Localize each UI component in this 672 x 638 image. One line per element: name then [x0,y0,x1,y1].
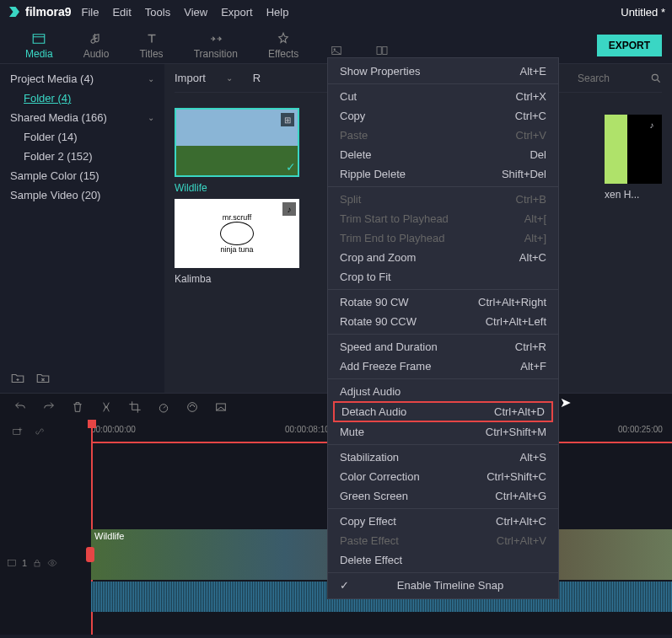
svg-rect-11 [35,563,40,567]
thumb-label: Kalimba [175,273,299,285]
tab-transition[interactable]: Transition [179,31,253,60]
check-icon: ✓ [340,579,349,592]
ctx-copy[interactable]: CopyCtrl+C [328,106,558,126]
tab-titles[interactable]: Titles [124,31,178,60]
menu-separator [328,83,558,84]
menu-tools[interactable]: Tools [145,6,170,19]
thumb-label: xen H... [605,189,662,201]
ctx-rotate-90-ccw[interactable]: Rotate 90 CCWCtrl+Alt+Left [328,312,558,331]
ctx-cut[interactable]: CutCtrl+X [328,87,558,106]
media-sidebar: Project Media (4)⌄Folder (4)Shared Media… [0,64,164,393]
media-thumb-xen[interactable]: ♪ xen H... [605,115,662,201]
search-input[interactable] [578,72,645,84]
ctx-stabilization[interactable]: StabilizationAlt+S [328,448,558,467]
ctx-adjust-audio[interactable]: Adjust Audio [328,382,558,401]
thumb-image: ⊞ ✓ [175,108,299,177]
menu-export[interactable]: Export [221,6,253,19]
ctx-delete-effect[interactable]: Delete Effect [328,550,558,570]
svg-point-12 [51,562,54,565]
music-badge-icon: ♪ [282,202,296,216]
menu-file[interactable]: File [81,6,99,19]
lock-icon[interactable] [32,558,42,568]
tree-item-1[interactable]: Folder (4) [0,88,164,108]
import-dropdown[interactable]: Import⌄ [175,72,233,84]
crop-icon[interactable] [128,400,142,414]
sidebar-actions [10,371,51,386]
tree-item-2[interactable]: Shared Media (166)⌄ [0,108,164,127]
clip-label: Wildlife [94,531,124,541]
film-icon [7,558,17,568]
svg-point-4 [652,74,658,80]
split-icon[interactable] [99,400,113,414]
ctx-show-properties[interactable]: Show PropertiesAlt+E [328,62,558,81]
tab-audio[interactable]: Audio [68,31,125,60]
menu-view[interactable]: View [184,6,207,19]
tree-item-5[interactable]: Sample Color (15) [0,166,164,185]
undo-icon[interactable] [13,400,27,414]
add-track-icon[interactable] [12,426,24,437]
ctx-mute[interactable]: MuteCtrl+Shift+M [328,422,558,442]
thumb-image: ♪ mr.scruff ninja tuna [175,199,299,268]
tree-item-6[interactable]: Sample Video (20) [0,185,164,205]
ctx-delete[interactable]: DeleteDel [328,145,558,164]
menu-separator [328,289,558,290]
tree-item-0[interactable]: Project Media (4)⌄ [0,69,164,88]
extra-icon [374,43,390,58]
selected-check-icon: ✓ [286,160,296,174]
tab-effects[interactable]: Effects [253,31,314,60]
svg-rect-9 [13,430,20,435]
ctx-trim-end-to-playhead: Trim End to PlayheadAlt+] [328,228,558,248]
media-thumb-wildlife[interactable]: ⊞ ✓ Wildlife [175,108,299,194]
thumb-image: ♪ [605,115,662,184]
titles-icon [144,31,159,46]
tab-media[interactable]: Media [10,31,68,60]
ctx-crop-and-zoom[interactable]: Crop and ZoomAlt+C [328,248,558,267]
ctx-rotate-90-cw[interactable]: Rotate 90 CWCtrl+Alt+Right [328,292,558,312]
menubar: FileEditToolsViewExportHelp [81,6,288,19]
ctx-trim-start-to-playhead: Trim Start to PlayheadAlt+[ [328,209,558,228]
ctx-copy-effect[interactable]: Copy EffectCtrl+Alt+C [328,512,558,531]
music-badge-icon: ♪ [645,118,659,131]
new-folder-icon[interactable] [10,371,25,386]
ctx-detach-audio[interactable]: Detach AudioCtrl+Alt+D [333,401,553,422]
menu-separator [328,444,558,445]
ctx-crop-to-fit[interactable]: Crop to Fit [328,267,558,287]
menu-help[interactable]: Help [266,6,289,19]
delete-folder-icon[interactable] [35,371,51,386]
ctx-speed-and-duration[interactable]: Speed and DurationCtrl+R [328,337,558,357]
ctx-split: SplitCtrl+B [328,190,558,209]
menu-edit[interactable]: Edit [112,6,131,19]
media-thumb-kalimba[interactable]: ♪ mr.scruff ninja tuna Kalimba [175,199,299,285]
green-screen-icon[interactable] [214,400,228,414]
menu-separator [328,186,558,187]
ctx-add-freeze-frame[interactable]: Add Freeze FrameAlt+F [328,357,558,376]
redo-icon[interactable] [42,400,56,414]
effects-icon [276,31,291,46]
ctx-color-correction[interactable]: Color CorrectionCtrl+Shift+C [328,467,558,486]
ruler-tick: 00:00:08:10 [285,425,330,434]
color-icon[interactable] [185,400,199,414]
ruler-tick: 00:00:25:00 [618,425,663,434]
chevron-down-icon: ⌄ [148,74,154,83]
menu-separator [328,378,558,379]
ctx-ripple-delete[interactable]: Ripple DeleteShift+Del [328,164,558,184]
menu-separator [328,508,558,509]
record-dropdown[interactable]: R [253,72,261,84]
search-icon[interactable] [650,72,662,84]
unlink-icon[interactable] [34,426,46,437]
speed-icon[interactable] [157,400,170,414]
eye-icon[interactable] [47,558,57,568]
tree-item-3[interactable]: Folder (14) [0,127,164,147]
ctx-green-screen[interactable]: Green ScreenCtrl+Alt+G [328,486,558,506]
thumb-label: Wildlife [175,182,299,194]
titlebar: filmora9 FileEditToolsViewExportHelp Unt… [0,0,672,24]
tree-item-4[interactable]: Folder 2 (152) [0,147,164,166]
document-title: Untitled * [621,6,665,19]
export-button[interactable]: EXPORT [597,35,662,56]
svg-rect-3 [383,47,387,55]
search-box [578,72,662,84]
ctx-enable-timeline-snap[interactable]: ✓Enable Timeline Snap [328,576,558,595]
transition-icon [208,31,223,46]
delete-icon[interactable] [71,400,84,414]
clip-handle[interactable] [86,547,94,562]
